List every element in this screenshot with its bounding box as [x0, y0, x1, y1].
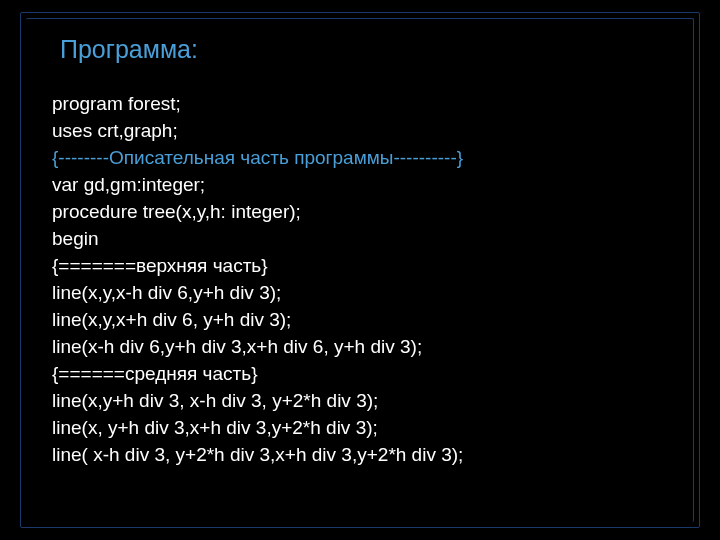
- code-line: line(x,y+h div 3, x-h div 3, y+2*h div 3…: [52, 387, 463, 414]
- slide-title: Программа:: [60, 35, 198, 64]
- code-line: var gd,gm:integer;: [52, 171, 463, 198]
- code-comment: {--------Описательная часть программы---…: [52, 144, 463, 171]
- code-line: line(x, y+h div 3,x+h div 3,y+2*h div 3)…: [52, 414, 463, 441]
- code-line: line(x,y,x-h div 6,y+h div 3);: [52, 279, 463, 306]
- code-line: program forest;: [52, 90, 463, 117]
- code-line: procedure tree(x,y,h: integer);: [52, 198, 463, 225]
- code-line: begin: [52, 225, 463, 252]
- code-line: line(x,y,x+h div 6, y+h div 3);: [52, 306, 463, 333]
- code-line: {=======верхняя часть}: [52, 252, 463, 279]
- code-block: program forest; uses crt,graph; {-------…: [52, 90, 463, 468]
- code-line: line( x-h div 3, y+2*h div 3,x+h div 3,y…: [52, 441, 463, 468]
- code-line: line(x-h div 6,y+h div 3,x+h div 6, y+h …: [52, 333, 463, 360]
- code-line: uses crt,graph;: [52, 117, 463, 144]
- code-line: {======средняя часть}: [52, 360, 463, 387]
